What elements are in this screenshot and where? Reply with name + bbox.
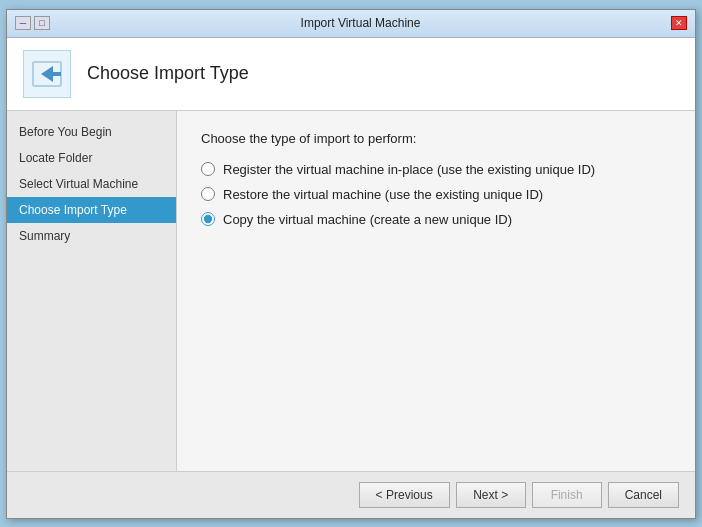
import-arrow-icon [31, 58, 63, 90]
header-title: Choose Import Type [87, 63, 249, 84]
footer: < Previous Next > Finish Cancel [7, 471, 695, 518]
radio-copy-new-id-label: Copy the virtual machine (create a new u… [223, 212, 512, 227]
main-content-panel: Choose the type of import to perform: Re… [177, 111, 695, 471]
sidebar-item-select-virtual-machine[interactable]: Select Virtual Machine [7, 171, 176, 197]
radio-restore-existing-input[interactable] [201, 187, 215, 201]
next-button[interactable]: Next > [456, 482, 526, 508]
header-section: Choose Import Type [7, 38, 695, 111]
sidebar-item-before-you-begin[interactable]: Before You Begin [7, 119, 176, 145]
title-bar-right-controls: ✕ [671, 16, 687, 30]
maximize-button[interactable]: □ [34, 16, 50, 30]
previous-button[interactable]: < Previous [359, 482, 450, 508]
minimize-button[interactable]: ─ [15, 16, 31, 30]
title-bar-left-controls: ─ □ [15, 16, 50, 30]
sidebar-item-summary[interactable]: Summary [7, 223, 176, 249]
radio-register-inplace[interactable]: Register the virtual machine in-place (u… [201, 162, 671, 177]
radio-restore-existing-label: Restore the virtual machine (use the exi… [223, 187, 543, 202]
radio-register-inplace-input[interactable] [201, 162, 215, 176]
close-button[interactable]: ✕ [671, 16, 687, 30]
cancel-button[interactable]: Cancel [608, 482, 679, 508]
header-icon-container [23, 50, 71, 98]
main-window: ─ □ Import Virtual Machine ✕ Choose Impo… [6, 9, 696, 519]
content-area: Before You Begin Locate Folder Select Vi… [7, 111, 695, 471]
radio-copy-new-id[interactable]: Copy the virtual machine (create a new u… [201, 212, 671, 227]
radio-restore-existing[interactable]: Restore the virtual machine (use the exi… [201, 187, 671, 202]
finish-button[interactable]: Finish [532, 482, 602, 508]
import-question-label: Choose the type of import to perform: [201, 131, 671, 146]
sidebar-item-choose-import-type[interactable]: Choose Import Type [7, 197, 176, 223]
sidebar: Before You Begin Locate Folder Select Vi… [7, 111, 177, 471]
sidebar-item-locate-folder[interactable]: Locate Folder [7, 145, 176, 171]
import-type-radio-group: Register the virtual machine in-place (u… [201, 162, 671, 227]
radio-copy-new-id-input[interactable] [201, 212, 215, 226]
title-bar: ─ □ Import Virtual Machine ✕ [7, 10, 695, 38]
window-title: Import Virtual Machine [50, 16, 671, 30]
radio-register-inplace-label: Register the virtual machine in-place (u… [223, 162, 595, 177]
